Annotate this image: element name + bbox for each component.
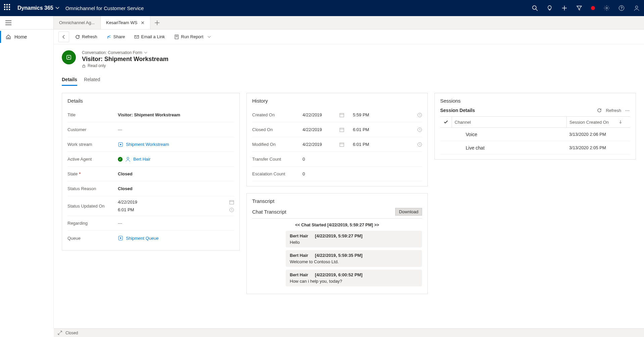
message-body: How can i help you, today? <box>290 279 418 284</box>
message-sender: Bert Hair <box>290 272 308 277</box>
help-icon[interactable]: ? <box>618 5 625 11</box>
sidebar: Home <box>0 30 54 328</box>
column-header-channel[interactable]: Channel <box>452 117 566 127</box>
command-bar: Refresh Share Email a Link Run Report <box>54 30 644 44</box>
workstream-icon <box>118 142 123 147</box>
field-value-time: 6:01 PM <box>353 142 380 147</box>
session-created-on: 3/13/2020 2:05 PM <box>566 145 630 150</box>
field-label: Created On <box>252 112 303 117</box>
page-title: Visitor: Shipment Workstream <box>82 56 168 63</box>
cmd-label: Share <box>113 34 125 39</box>
tab-details[interactable]: Details <box>62 74 77 86</box>
search-icon[interactable] <box>532 5 538 11</box>
field-value-time: 6:01 PM <box>353 127 380 132</box>
clock-icon <box>417 113 422 117</box>
sidebar-item-home[interactable]: Home <box>0 31 53 43</box>
cmd-label: Email a Link <box>141 34 165 39</box>
select-all-check[interactable] <box>440 120 452 124</box>
record-type-icon <box>62 50 76 64</box>
clock-icon <box>417 142 422 147</box>
panel-title: Transcript <box>252 198 422 204</box>
field-value: Closed <box>118 171 132 176</box>
chat-message: Bert Hair[4/22/2019, 5:59:35 PM]Welcome … <box>286 250 422 267</box>
refresh-icon <box>75 35 80 39</box>
download-button[interactable]: Download <box>395 208 422 216</box>
message-sender: Bert Hair <box>290 233 308 238</box>
message-body: Hello <box>290 240 418 245</box>
form-tabs: Details Related <box>54 74 644 86</box>
sessions-table-header: Channel Session Created On <box>440 116 630 128</box>
user-profile-icon[interactable] <box>633 5 640 11</box>
field-label: Status Updated On <box>67 200 118 209</box>
readonly-indicator: Read only <box>82 63 168 68</box>
filter-icon[interactable] <box>576 5 582 11</box>
check-icon <box>444 120 448 124</box>
svg-point-22 <box>127 157 129 159</box>
refresh-button[interactable]: Refresh <box>72 32 101 41</box>
brand-caret-icon[interactable] <box>55 6 59 10</box>
field-value: Closed <box>118 186 132 191</box>
sidebar-item-label: Home <box>14 34 27 40</box>
run-report-button[interactable]: Run Report <box>171 32 214 41</box>
session-row[interactable]: Voice3/13/2020 2:06 PM <box>440 128 630 141</box>
share-button[interactable]: Share <box>103 32 129 41</box>
session-channel: Voice <box>452 132 566 137</box>
field-value: 0 <box>303 157 339 162</box>
field-label: Title <box>67 112 118 117</box>
column-header-created[interactable]: Session Created On <box>566 117 630 127</box>
message-timestamp: [4/22/2019, 5:59:35 PM] <box>315 253 363 258</box>
readonly-label: Read only <box>88 63 106 68</box>
add-icon[interactable] <box>561 5 567 11</box>
tab-related[interactable]: Related <box>84 74 100 86</box>
field-value: --- <box>118 127 122 132</box>
workstream-link[interactable]: Shipment Workstream <box>118 142 169 147</box>
field-label: Escalation Count <box>252 171 303 176</box>
session-row[interactable]: Live chat3/13/2020 2:05 PM <box>440 141 630 155</box>
calendar-icon <box>339 142 353 147</box>
cmd-label: Refresh <box>82 34 97 39</box>
field-label: Transfer Count <box>252 157 303 162</box>
chat-transcript-title: Chat Transcript <box>252 209 286 215</box>
session-tab-0[interactable]: Omnichannel Ag... <box>54 16 101 29</box>
session-tab-1[interactable]: KesariTeam WS ✕ <box>101 16 150 29</box>
lightbulb-icon[interactable] <box>547 5 553 11</box>
sessions-refresh-button[interactable]: Refresh <box>606 108 621 113</box>
queue-link[interactable]: Shipment Queue <box>118 235 159 241</box>
more-actions-icon[interactable]: ⋯ <box>625 108 630 113</box>
form-selector-label: Conversation: Conversation Form <box>82 50 142 55</box>
field-label: Closed On <box>252 127 303 132</box>
brand-name[interactable]: Dynamics 365 <box>17 5 53 11</box>
form-selector[interactable]: Conversation: Conversation Form <box>82 50 168 55</box>
agent-link[interactable]: Bert Hair <box>118 157 150 162</box>
settings-gear-icon[interactable] <box>604 5 610 11</box>
queue-icon <box>118 235 123 241</box>
chat-started-banner: << Chat Started [4/22/2019, 5:59:27 PM] … <box>252 223 422 227</box>
close-tab-icon[interactable]: ✕ <box>141 20 145 25</box>
svg-rect-28 <box>340 113 344 117</box>
report-icon <box>174 35 179 39</box>
app-name: Omnichannel for Customer Service <box>65 5 144 11</box>
chevron-down-icon <box>208 35 211 39</box>
sort-desc-icon <box>619 120 622 124</box>
hamburger-icon[interactable] <box>5 20 11 25</box>
field-value: 4/22/2019 <box>303 142 339 147</box>
chevron-down-icon <box>144 51 147 54</box>
recording-indicator-icon[interactable] <box>591 6 595 10</box>
refresh-icon[interactable] <box>597 108 602 113</box>
link-text: Shipment Queue <box>126 236 159 241</box>
field-value-date: 4/22/2019 <box>118 200 137 205</box>
field-label: Customer <box>67 127 118 132</box>
session-tabs-bar: Omnichannel Ag... KesariTeam WS ✕ <box>0 16 644 30</box>
history-row: Escalation Count0 <box>252 167 422 181</box>
back-button[interactable] <box>58 32 69 42</box>
top-nav: Dynamics 365 Omnichannel for Customer Se… <box>0 0 644 16</box>
panels-grid: Details Title Visitor: Shipment Workstre… <box>54 86 644 301</box>
field-label: Modified On <box>252 142 303 147</box>
expand-icon[interactable] <box>58 331 62 335</box>
add-tab-button[interactable] <box>150 16 164 29</box>
panel-title: History <box>252 98 422 104</box>
field-value: 0 <box>303 171 339 176</box>
app-launcher-icon[interactable] <box>4 4 12 12</box>
email-link-button[interactable]: Email a Link <box>131 32 168 41</box>
presence-available-icon <box>118 157 123 162</box>
